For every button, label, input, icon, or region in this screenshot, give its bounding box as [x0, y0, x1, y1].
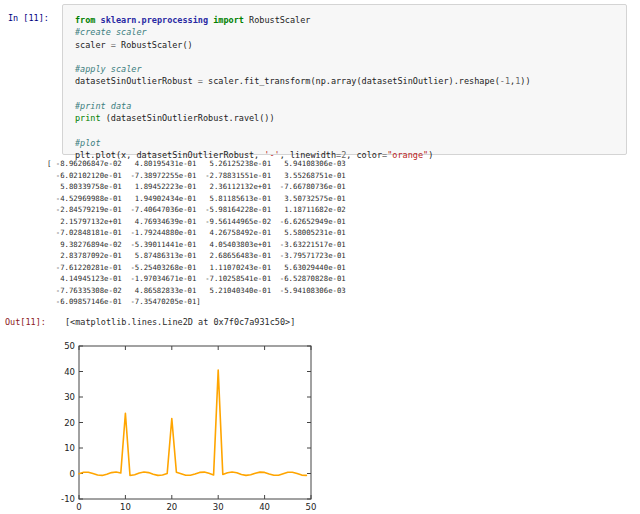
code-line: datasetSinOutlierRobust = scaler.fit_tra… [75, 75, 614, 87]
y-tick-label: 20 [64, 418, 75, 428]
code-editor[interactable]: from sklearn.preprocessing import Robust… [75, 14, 614, 162]
code-token: (datasetSinOutlierRobust.ravel()) [101, 113, 275, 123]
code-token: RobustScaler [244, 15, 311, 25]
y-tick-label: 30 [64, 392, 75, 402]
code-token: "orange" [387, 150, 428, 160]
code-token: RobustScaler() [116, 40, 193, 50]
code-token: , color [346, 150, 382, 160]
x-tick-label: 20 [166, 502, 177, 512]
y-tick-label: 50 [64, 341, 75, 351]
code-line: #print data [75, 100, 614, 112]
code-line [75, 125, 614, 137]
code-token: ) [428, 150, 433, 160]
x-tick-label: 40 [259, 502, 270, 512]
y-tick-label: -10 [61, 494, 75, 504]
x-tick-label: 30 [213, 502, 224, 512]
code-line: #apply scaler [75, 63, 614, 75]
code-token: #create scaler [75, 27, 147, 37]
data-line-series [79, 370, 306, 475]
code-token: scaler.fit_transform(np.array(datasetSin… [203, 76, 500, 86]
code-token: #plot [75, 138, 101, 148]
code-line: #create scaler [75, 26, 614, 38]
code-token: datasetSinOutlierRobust [75, 76, 198, 86]
code-token: scaler [75, 40, 111, 50]
code-token: import [213, 15, 244, 25]
matplotlib-plot: 01020304050-1001020304050 [45, 338, 335, 514]
code-line: #plot [75, 137, 614, 149]
jupyter-notebook-page: In [11]: from sklearn.preprocessing impo… [0, 0, 640, 514]
code-token: #print data [75, 101, 131, 111]
x-tick-label: 10 [120, 502, 131, 512]
y-tick-label: 40 [64, 367, 75, 377]
code-line: print (datasetSinOutlierRobust.ravel()) [75, 112, 614, 124]
code-token: #apply scaler [75, 64, 142, 74]
print-output-text: [ -8.96206847e-02 4.80195431e-01 5.26125… [47, 158, 346, 308]
y-tick-label: 0 [70, 469, 75, 479]
code-token: sklearn.preprocessing [101, 15, 208, 25]
code-token: from [75, 15, 95, 25]
code-line [75, 51, 614, 63]
x-tick-label: 50 [306, 502, 317, 512]
x-tick-label: 0 [76, 502, 81, 512]
code-line: from sklearn.preprocessing import Robust… [75, 14, 614, 26]
y-tick-label: 10 [64, 443, 75, 453]
input-prompt: In [11]: [8, 13, 49, 23]
code-line [75, 88, 614, 100]
code-cell[interactable]: from sklearn.preprocessing import Robust… [62, 4, 627, 155]
code-line: scaler = RobustScaler() [75, 39, 614, 51]
code-token: print [75, 113, 101, 123]
code-token: )) [520, 76, 530, 86]
output-prompt: Out[11]: [5, 317, 46, 327]
output-repr-text: [<matplotlib.lines.Line2D at 0x7f0c7a931… [65, 317, 295, 327]
